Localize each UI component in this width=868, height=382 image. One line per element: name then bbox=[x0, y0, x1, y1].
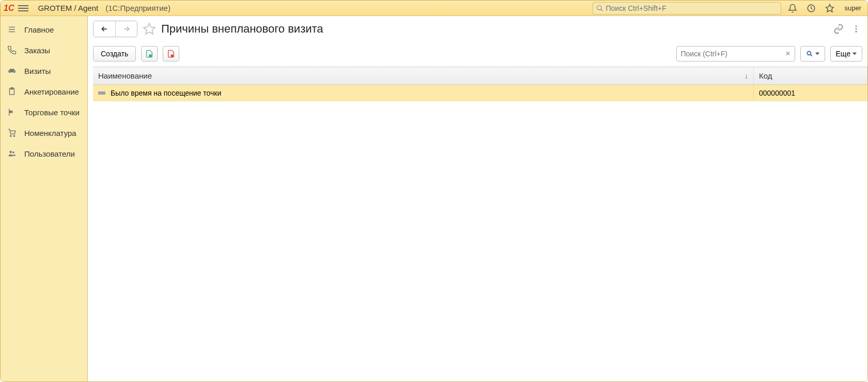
svg-line-22 bbox=[810, 54, 812, 56]
svg-marker-15 bbox=[144, 23, 155, 34]
search-icon bbox=[806, 50, 813, 57]
cell-name: Было время на посещение точки bbox=[111, 89, 221, 97]
sidebar-item-visits[interactable]: Визиты bbox=[1, 60, 87, 81]
flag-icon bbox=[7, 107, 17, 117]
svg-marker-24 bbox=[853, 53, 857, 55]
chevron-down-icon bbox=[853, 52, 857, 56]
app-suffix: (1C:Предприятие) bbox=[105, 4, 171, 12]
more-label: Еще bbox=[836, 50, 851, 58]
sidebar-item-surveys[interactable]: Анкетирование bbox=[1, 81, 87, 102]
doc-remove-icon bbox=[167, 50, 175, 58]
sidebar-item-orders[interactable]: Заказы bbox=[1, 40, 87, 60]
search-dropdown-button[interactable] bbox=[800, 46, 825, 62]
doc-add-icon bbox=[145, 50, 153, 58]
favorite-star-icon[interactable] bbox=[143, 22, 156, 36]
column-header-name[interactable]: Наименование ↓ bbox=[93, 67, 754, 84]
hamburger-icon[interactable] bbox=[18, 3, 28, 13]
clipboard-icon bbox=[7, 86, 17, 97]
app-name: GROTEM / Agent bbox=[38, 4, 98, 12]
svg-rect-8 bbox=[11, 88, 13, 89]
chevron-down-icon bbox=[815, 52, 819, 56]
sidebar: Главное Заказы Визиты Анкетирование Торг… bbox=[1, 16, 88, 381]
svg-point-16 bbox=[856, 25, 857, 27]
cell-code: 000000001 bbox=[759, 89, 795, 97]
sidebar-item-outlets[interactable]: Торговые точки bbox=[1, 102, 87, 123]
local-search-input[interactable] bbox=[681, 50, 784, 58]
logo-1c: 1С bbox=[4, 4, 14, 13]
more-button[interactable]: Еще bbox=[830, 46, 863, 62]
users-icon bbox=[7, 148, 17, 159]
sidebar-item-label: Торговые точки bbox=[24, 108, 80, 117]
table-row[interactable]: Было время на посещение точки 000000001 bbox=[93, 85, 867, 101]
app-header: 1С GROTEM / Agent (1C:Предприятие) super bbox=[1, 1, 867, 16]
svg-point-20 bbox=[171, 54, 174, 57]
table-header: Наименование ↓ Код bbox=[93, 67, 867, 85]
sort-down-icon: ↓ bbox=[745, 72, 748, 80]
import-button[interactable] bbox=[141, 46, 158, 62]
svg-point-10 bbox=[13, 135, 14, 136]
global-search[interactable] bbox=[593, 2, 781, 14]
svg-marker-3 bbox=[826, 4, 834, 11]
svg-rect-19 bbox=[149, 54, 152, 57]
sidebar-item-label: Главное bbox=[24, 25, 54, 34]
sidebar-item-label: Заказы bbox=[24, 46, 50, 55]
column-header-label: Код bbox=[759, 71, 772, 80]
bell-icon[interactable] bbox=[785, 1, 800, 16]
car-icon bbox=[7, 66, 17, 76]
sidebar-item-label: Анкетирование bbox=[24, 87, 79, 96]
create-button[interactable]: Создать bbox=[93, 46, 136, 62]
global-search-input[interactable] bbox=[606, 4, 778, 12]
svg-point-0 bbox=[597, 5, 601, 9]
sidebar-item-label: Пользователи bbox=[24, 149, 75, 158]
forward-button[interactable] bbox=[115, 21, 137, 37]
cart-icon bbox=[7, 128, 17, 138]
svg-point-11 bbox=[10, 151, 12, 154]
history-icon[interactable] bbox=[804, 1, 818, 16]
search-icon bbox=[596, 5, 603, 12]
back-button[interactable] bbox=[94, 21, 115, 37]
sidebar-item-main[interactable]: Главное bbox=[1, 19, 87, 40]
svg-point-17 bbox=[856, 28, 857, 30]
data-table: Наименование ↓ Код Было время на посещен… bbox=[93, 67, 867, 381]
sidebar-item-users[interactable]: Пользователи bbox=[1, 143, 87, 164]
toolbar: Создать × Еще bbox=[88, 39, 867, 67]
phone-icon bbox=[7, 45, 17, 55]
sidebar-item-nomenclature[interactable]: Номенклатура bbox=[1, 123, 87, 143]
svg-marker-23 bbox=[815, 53, 819, 55]
clear-search-icon[interactable]: × bbox=[783, 49, 792, 58]
page-header: Причины внепланового визита bbox=[88, 16, 867, 39]
page-title: Причины внепланового визита bbox=[161, 22, 323, 36]
column-header-label: Наименование bbox=[98, 71, 152, 80]
local-search[interactable]: × bbox=[676, 46, 795, 62]
row-marker-icon bbox=[98, 91, 105, 95]
svg-line-1 bbox=[601, 9, 603, 11]
user-label: super bbox=[841, 4, 864, 12]
nav-buttons bbox=[93, 21, 137, 37]
svg-point-9 bbox=[10, 135, 11, 136]
delete-button[interactable] bbox=[163, 46, 179, 62]
list-icon bbox=[7, 24, 17, 35]
kebab-menu-icon[interactable] bbox=[850, 24, 862, 34]
svg-point-18 bbox=[856, 31, 857, 33]
svg-point-12 bbox=[12, 151, 14, 154]
main-content: Причины внепланового визита Создать × bbox=[88, 16, 867, 381]
link-icon[interactable] bbox=[832, 24, 845, 34]
sidebar-item-label: Визиты bbox=[24, 67, 51, 75]
sidebar-item-label: Номенклатура bbox=[24, 129, 76, 137]
star-icon[interactable] bbox=[823, 1, 837, 16]
column-header-code[interactable]: Код bbox=[754, 67, 867, 84]
